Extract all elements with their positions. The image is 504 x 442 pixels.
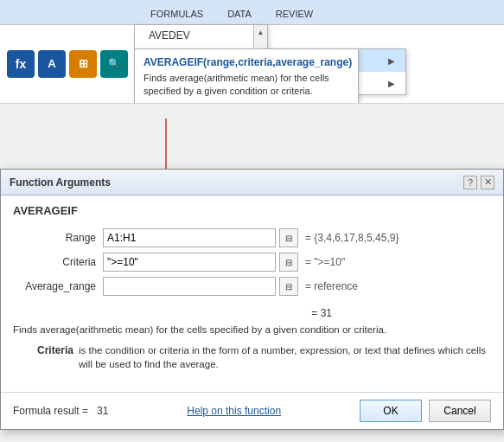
result-row: = 31 [13,304,488,323]
arg-label-average-range: Average_range [13,274,99,298]
arg-row-average-range: Average_range ⊟ = reference [13,274,491,298]
arg-input-range-cell: ⊟ = {3,4,6,17,8,5,45,9} [103,228,488,247]
icon-1[interactable]: fx [7,50,35,78]
arg-input-range[interactable] [103,228,276,247]
function-arguments-dialog: Function Arguments ? ✕ AVERAGEIF Range ⊟… [0,169,504,430]
dialog-controls: ? ✕ [463,176,494,189]
scroll-up-arrow[interactable]: ▲ [254,25,268,39]
icon-2[interactable]: A [38,50,66,78]
tab-formulas[interactable]: FORMULAS [138,3,215,24]
arg-ref-btn-criteria[interactable]: ⊟ [279,253,298,272]
footer-buttons: OK Cancel [360,400,491,422]
dialog-help-button[interactable]: ? [463,176,477,189]
icon-4[interactable]: 🔍 [100,50,128,78]
tab-data[interactable]: DATA [215,3,264,24]
criteria-help-row: Criteria is the condition or criteria in… [13,343,491,371]
cancel-button[interactable]: Cancel [429,400,491,422]
dialog-body: AVERAGEIF Range ⊟ = {3,4,6,17,8,5,45,9} … [1,195,503,392]
dialog-close-button[interactable]: ✕ [481,176,494,189]
ribbon-tabs: FORMULAS DATA REVIEW [0,0,504,24]
tab-review[interactable]: REVIEW [264,3,325,24]
arg-input-criteria-cell: ⊟ = ">=10" [103,253,488,272]
result-value: = 31 [311,307,488,319]
submenu-arrow-engineering: ▶ [388,79,395,88]
function-description: Finds average(arithmetic mean) for the c… [13,323,491,336]
criteria-help-label: Criteria [13,343,73,371]
icon-3[interactable]: ⊞ [69,50,97,78]
arg-row-criteria: Criteria ⊟ = ">=10" [13,250,491,274]
function-name-label: AVERAGEIF [13,204,491,217]
ribbon-icon-group: fx A ⊞ 🔍 [7,50,128,80]
dialog-footer: Formula result = 31 Help on this functio… [1,392,503,429]
arg-input-criteria[interactable] [103,253,276,272]
arg-value-average-range: = reference [302,280,358,292]
args-table: Range ⊟ = {3,4,6,17,8,5,45,9} Criteria ⊟… [13,226,491,298]
ribbon: FORMULAS DATA REVIEW fx A ⊞ 🔍 θ Math &Tr… [0,0,504,104]
pointer-arrow [140,114,244,175]
criteria-help-text: is the condition or criteria in the form… [79,343,491,371]
dialog-titlebar: Function Arguments ? ✕ [1,170,503,195]
arg-ref-btn-range[interactable]: ⊟ [279,228,298,247]
arg-value-criteria: = ">=10" [302,256,345,268]
formula-result-value: 31 [97,405,108,417]
arg-row-range: Range ⊟ = {3,4,6,17,8,5,45,9} [13,226,491,250]
arg-ref-btn-average-range[interactable]: ⊟ [279,277,298,296]
arg-label-range: Range [13,226,99,250]
formula-result-text: Formula result = 31 [13,405,108,417]
function-preview-title: AVERAGEIF(range,criteria,average_range) [144,56,349,68]
arg-input-average-range-cell: ⊟ = reference [103,277,488,296]
function-preview-tooltip: AVERAGEIF(range,criteria,average_range) … [134,48,359,104]
dropdown-item-avedev[interactable]: AVEDEV [135,25,267,46]
dialog-title: Function Arguments [10,176,111,189]
arg-value-range: = {3,4,6,17,8,5,45,9} [302,232,399,244]
function-preview-desc: Finds average(arithmetic mean) for the c… [144,72,349,99]
submenu-arrow-statistical: ▶ [388,56,395,66]
arg-label-criteria: Criteria [13,250,99,274]
help-link[interactable]: Help on this function [187,405,281,417]
arg-input-average-range[interactable] [103,277,276,296]
ok-button[interactable]: OK [360,400,422,422]
